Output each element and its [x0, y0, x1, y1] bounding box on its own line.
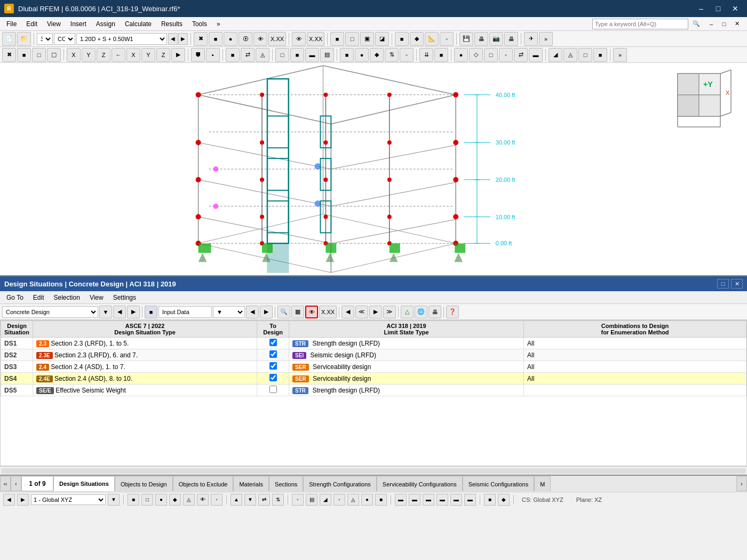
ds-checkbox[interactable] [269, 374, 277, 381]
coordinate-system-combo[interactable]: 1 - Global XYZ [31, 494, 106, 505]
co-formula-combo[interactable]: 1.20D + S + 0.50W1 [76, 33, 167, 45]
status-icon-2[interactable]: □ [141, 494, 153, 506]
tab-nav-next[interactable]: › [736, 476, 747, 491]
tb2-icon-15[interactable]: ⇄ [241, 48, 255, 62]
status-icon-5[interactable]: ◬ [183, 494, 195, 506]
tb2-icon-24[interactable]: ⇅ [385, 48, 399, 62]
status-icon-11[interactable]: ⇅ [272, 494, 284, 506]
menu-insert[interactable]: Insert [66, 19, 91, 29]
status-icon-15[interactable]: ◦ [333, 494, 345, 506]
next-module-button[interactable]: ▶ [127, 306, 140, 318]
tb2-icon-26[interactable]: ⇊ [419, 48, 433, 62]
co-label-combo[interactable]: CO6 [54, 33, 75, 45]
hscroll-track[interactable] [1, 468, 746, 474]
tb2-icon-5[interactable]: X [67, 48, 81, 62]
close-button[interactable]: ✕ [728, 3, 743, 14]
pt-filter-icon[interactable]: ▦ [291, 306, 304, 318]
tb2-icon-23[interactable]: ◆ [370, 48, 384, 62]
status-icon-23[interactable]: ▬ [450, 494, 462, 506]
tb2-icon-27[interactable]: ■ [434, 48, 448, 62]
status-icon-22[interactable]: ▬ [436, 494, 448, 506]
tb2-icon-1[interactable]: ✖ [2, 48, 16, 62]
design-module-combo[interactable]: Concrete Design [2, 306, 98, 318]
pt-arrow-right-icon[interactable]: ▶ [369, 306, 382, 318]
status-icon-21[interactable]: ▬ [423, 494, 434, 506]
panel-menu-view[interactable]: View [85, 293, 108, 302]
tb-icon-19[interactable]: 📷 [489, 32, 503, 46]
menu-results[interactable]: Results [157, 19, 187, 29]
menu-calculate[interactable]: Calculate [121, 19, 156, 29]
menu-close-btn[interactable]: ✕ [731, 19, 743, 29]
tb2-icon-13[interactable]: ▪ [206, 48, 220, 62]
pt-arrow-right2-icon[interactable]: ≫ [383, 306, 396, 318]
ds-checkbox[interactable] [269, 386, 277, 393]
tb2-arrow-1[interactable]: ← [112, 48, 125, 62]
status-icon-10[interactable]: ⇄ [258, 494, 270, 506]
pt-help-icon[interactable]: ❓ [446, 306, 459, 318]
new-button[interactable]: 📄 [2, 32, 16, 46]
status-icon-6[interactable]: 👁 [197, 494, 209, 506]
tb2-icon-3[interactable]: □ [32, 48, 46, 62]
tab-strength-configurations[interactable]: Strength Configurations [303, 476, 377, 491]
tb2-icon-36[interactable]: □ [578, 48, 592, 62]
pt-search-icon[interactable]: 🔍 [277, 306, 290, 318]
tb-icon-6[interactable]: X.XX [268, 32, 286, 46]
menu-assign[interactable]: Assign [92, 19, 120, 29]
tb-icon-5[interactable]: 👁 [253, 32, 267, 46]
pt-print-icon[interactable]: 🖶 [428, 306, 441, 318]
status-combo-drop[interactable]: ▼ [108, 494, 120, 506]
tb-icon-13[interactable]: ■ [395, 32, 409, 46]
ds-checkbox[interactable] [269, 339, 277, 346]
tb2-icon-21[interactable]: ■ [340, 48, 354, 62]
tb-icon-12[interactable]: ◪ [375, 32, 389, 46]
tb2-icon-10[interactable]: Z [156, 48, 170, 62]
tb2-icon-32[interactable]: ⇄ [514, 48, 528, 62]
status-icon-4[interactable]: ◆ [169, 494, 181, 506]
status-icon-1[interactable]: ■ [128, 494, 139, 506]
co-number-combo[interactable]: 3 [37, 33, 53, 45]
tb-icon-3[interactable]: ● [224, 32, 237, 46]
input-next-button[interactable]: ▶ [260, 306, 273, 318]
tab-objects-to-exclude[interactable]: Objects to Exclude [173, 476, 234, 491]
panel-close-button[interactable]: ✕ [731, 279, 743, 289]
menu-tools[interactable]: Tools [188, 19, 211, 29]
tb-icon-20[interactable]: 🖶 [504, 32, 518, 46]
ds-check-cell[interactable] [257, 349, 289, 361]
status-icon-25[interactable]: ■ [484, 494, 496, 506]
panel-restore-button[interactable]: □ [717, 279, 729, 289]
tb2-icon-6[interactable]: Y [82, 48, 96, 62]
pt-excel-icon[interactable]: △ [401, 306, 414, 318]
tb2-icon-35[interactable]: ◬ [563, 48, 577, 62]
prev-module-button[interactable]: ◀ [113, 306, 126, 318]
menu-edit[interactable]: Edit [22, 19, 42, 29]
tb2-icon-14[interactable]: ■ [226, 48, 240, 62]
tab-more[interactable]: M [534, 476, 551, 491]
status-icon-26[interactable]: ◆ [498, 494, 510, 506]
tb2-icon-9[interactable]: Y [141, 48, 155, 62]
tab-nav-prev[interactable]: ‹ [11, 476, 21, 491]
menu-file[interactable]: File [2, 19, 21, 29]
pt-arrow-left-icon[interactable]: ◀ [341, 306, 354, 318]
tb2-icon-34[interactable]: ◢ [549, 48, 562, 62]
panel-menu-settings[interactable]: Settings [109, 293, 140, 302]
search-button[interactable]: 🔍 [690, 19, 702, 29]
tab-design-situations[interactable]: Design Situations [53, 476, 115, 491]
tb2-icon-4[interactable]: ▢ [47, 48, 61, 62]
prev-co-button[interactable]: ◀ [168, 33, 178, 45]
ds-check-cell[interactable] [257, 385, 289, 396]
tb2-icon-25[interactable]: ◦ [400, 48, 414, 62]
pt-eye-icon[interactable]: 👁 [305, 306, 318, 318]
tab-objects-to-design[interactable]: Objects to Design [115, 476, 173, 491]
tb2-icon-12[interactable]: ⛊ [191, 48, 205, 62]
tb-icon-16[interactable]: ◦ [440, 32, 454, 46]
tb2-icon-22[interactable]: ● [355, 48, 369, 62]
tb-icon-7[interactable]: 👁 [292, 32, 306, 46]
menu-min-btn[interactable]: – [705, 19, 717, 29]
status-icon-14[interactable]: ◢ [320, 494, 331, 506]
tb-icon-15[interactable]: 📐 [425, 32, 439, 46]
hscroll-bar[interactable] [0, 466, 747, 475]
input-prev-button[interactable]: ◀ [246, 306, 259, 318]
pt-globe-icon[interactable]: 🌐 [415, 306, 427, 318]
combo-dropdown-button[interactable]: ▼ [99, 306, 112, 318]
tb2-more-1[interactable]: » [613, 48, 627, 62]
